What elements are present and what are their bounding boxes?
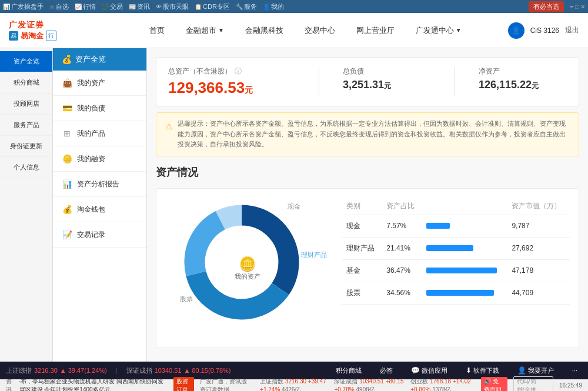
toolbar-item-my[interactable]: 👤 我的: [263, 2, 284, 11]
sidebar-item-id-update[interactable]: 身份证更新: [0, 136, 52, 157]
sidebar-item-trade-records[interactable]: 📝 交易记录: [53, 222, 146, 248]
record-icon: 📝: [62, 229, 72, 240]
sidebar-item-analysis-report[interactable]: 📊 资产分析报告: [53, 172, 146, 197]
sidebar-item-service-products[interactable]: 服务产品: [0, 115, 52, 136]
sh-status: 上证指数 3216.30 +39.47 +1.24% 4426亿: [260, 377, 328, 392]
value-financial: 27,692: [507, 237, 570, 259]
second-sidebar-header: 💰 资产全览: [53, 48, 146, 71]
percent-financial: 21.41%: [382, 237, 422, 259]
wallet-icon: 👜: [62, 78, 72, 88]
toolbar-window-controls: ━ □ ✕: [570, 4, 585, 10]
ticker-sh: 上证综指 3216.30 ▲ 39.47(1.24%): [6, 366, 107, 375]
toolbar-item-watchlist[interactable]: ☆ 自选: [49, 2, 69, 11]
bottom-tab-download[interactable]: ⬇ 软件下载: [461, 365, 504, 376]
sidebar-item-my-assets[interactable]: 👜 我的资产: [53, 71, 146, 96]
divider2: [455, 67, 455, 96]
sidebar-item-my-products[interactable]: ⊞ 我的产品: [53, 121, 146, 146]
table-row: 股票 34.56% 44,709: [342, 282, 570, 304]
net-assets-section: 净资产 126,115.22元: [479, 66, 567, 91]
donut-center-label: 🪙 我的资产: [235, 255, 260, 280]
category-cash: 现金: [342, 215, 382, 237]
total-assets-section: 总资产（不含港股） ⓘ 129,366.53元: [168, 66, 295, 97]
bar-cash: [422, 215, 507, 237]
sidebar-item-my-financing[interactable]: 🪙 我的融资: [53, 146, 146, 172]
sidebar-item-advisor-shop[interactable]: 投顾网店: [0, 93, 52, 115]
warning-box: ⚠ 温馨提示：资产中心所示各资产金额、盈亏信息，为系统根据一定专业方法估算得出，…: [156, 112, 579, 156]
toolbar-urgent-btn[interactable]: 有必当选: [529, 1, 564, 12]
username: CiS 3126: [530, 26, 559, 35]
left-sidebar: 资产全览 积分商城 投顾网店 服务产品 身份证更新 个人信息: [0, 48, 53, 362]
sidebar-item-points-mall[interactable]: 积分商城: [0, 72, 52, 93]
label-stock: 股票: [180, 295, 193, 303]
bottom-tab-mustanswer[interactable]: 必答: [375, 365, 397, 376]
star-icon: ☆: [49, 4, 55, 10]
bottom-tab-open-account[interactable]: 👤 我要开户: [513, 365, 559, 376]
value-fund: 47,178: [507, 259, 570, 282]
net-assets-label: 净资产: [479, 66, 567, 76]
nav-item-fintech[interactable]: 金融黑科技: [240, 22, 288, 39]
logout-button[interactable]: 退出: [565, 25, 579, 35]
table-row: 现金 7.57% 9,787: [342, 215, 570, 237]
value-stock: 44,709: [507, 282, 570, 304]
header-right: 👤 CiS 3126 退出: [508, 22, 579, 39]
asset-table-area: 类别 资产占比 资产市值（万） 现金 7.57%: [342, 198, 570, 339]
broadcast-icon: 📊: [3, 4, 10, 10]
card-icon: 💳: [62, 103, 72, 113]
nav-item-home[interactable]: 首页: [145, 22, 169, 39]
wechat-icon: 💬: [411, 366, 420, 375]
bar-fund: [422, 259, 507, 282]
nav-item-gf-tong[interactable]: 广发通中心 ▼: [411, 22, 466, 39]
col-header-percent: 资产占比: [382, 198, 422, 215]
logo-badge: 行: [46, 31, 56, 41]
bottom-tab-points[interactable]: 积分商城: [331, 365, 366, 376]
chevron-down-icon2: ▼: [456, 27, 462, 34]
sidebar-item-personal-info[interactable]: 个人信息: [0, 157, 52, 178]
col-header-bar: [422, 198, 507, 215]
search-input-placeholder[interactable]: 代码/简拼/全拼: [513, 376, 553, 392]
bag-icon: 💰: [62, 204, 72, 215]
total-debt-section: 总负债 3,251.31元: [343, 66, 431, 91]
total-debt-label: 总负债: [343, 66, 431, 76]
user-icon: 👤: [263, 4, 270, 10]
sidebar-item-asset-overview[interactable]: 资产全览: [0, 51, 52, 72]
person-icon: 👤: [517, 366, 526, 375]
sidebar-item-taojin-wallet[interactable]: 💰 淘金钱包: [53, 197, 146, 222]
second-sidebar: 💰 资产全览 👜 我的资产 💳 我的负债 ⊞ 我的产品 🪙 我的融资 📊 资产分…: [53, 48, 147, 362]
sidebar-item-my-debts[interactable]: 💳 我的负债: [53, 96, 146, 121]
bottom-tab-more[interactable]: ···: [567, 366, 582, 375]
nav-item-financial[interactable]: 金融超市 ▼: [181, 22, 229, 39]
toolbar-item-market[interactable]: 📈 行情: [75, 2, 96, 11]
category-fund: 基金: [342, 259, 382, 282]
nav-item-online-biz[interactable]: 网上营业厅: [352, 22, 399, 39]
avatar[interactable]: 👤: [508, 22, 524, 39]
nav-item-trade-center[interactable]: 交易中心: [300, 22, 340, 39]
toolbar-item-news[interactable]: 📰 资讯: [129, 2, 150, 11]
toolbar-item-eye[interactable]: 👁 股市天眼: [156, 2, 189, 11]
label-cash: 现金: [288, 202, 300, 211]
donut-chart: 🪙 我的资产 现金 理财产品 股票: [177, 198, 318, 339]
status-gf-info: 广发广通，资讯股资订盘数据: [200, 377, 248, 392]
col-header-category: 类别: [342, 198, 382, 215]
status-news-prefix: 资讯: [6, 377, 14, 392]
info-icon[interactable]: ⓘ: [235, 66, 242, 76]
total-assets-label: 总资产（不含港股） ⓘ: [168, 66, 295, 76]
cyb-status: 创业板 1768.18 +14.02 +0.80% 1378亿: [410, 377, 475, 392]
ticker-divider: |: [116, 367, 118, 374]
toolbar-item-cdr[interactable]: 📋 CDR专区: [195, 2, 230, 11]
donut-chart-area: 🪙 我的资产 现金 理财产品 股票: [165, 198, 330, 339]
top-toolbar: 📊 广发操盘手 ☆ 自选 📈 行情 💱 交易 📰 资讯 👁 股市天眼 📋 CDR…: [0, 0, 588, 13]
label-financial: 理财产品: [301, 250, 327, 259]
status-bar: 资讯 ·布，亭马独家企业头物流机器人研发 闽西南加快协同发展区建设 今年计划投资…: [0, 379, 588, 391]
bottom-tab-wechat[interactable]: 💬 微信应用: [406, 365, 452, 376]
toolbar-item-trade[interactable]: 💱 交易: [102, 2, 123, 11]
toolbar-item-service[interactable]: 🔧 服务: [236, 2, 257, 11]
bar-stock: [422, 282, 507, 304]
toolbar-item-broadcast[interactable]: 📊 广发操盘手: [3, 2, 44, 11]
value-cash: 9,787: [507, 215, 570, 237]
news-icon: 📰: [129, 4, 136, 10]
voice-btn[interactable]: 🔊 免费声明: [481, 377, 507, 392]
stock-subscribe-btn[interactable]: 股资订盘: [173, 377, 194, 392]
category-financial: 理财产品: [342, 237, 382, 259]
col-header-value: 资产市值（万）: [507, 198, 570, 215]
asset-situation-panel: 🪙 我的资产 现金 理财产品 股票 类别 资产占比: [156, 188, 579, 348]
